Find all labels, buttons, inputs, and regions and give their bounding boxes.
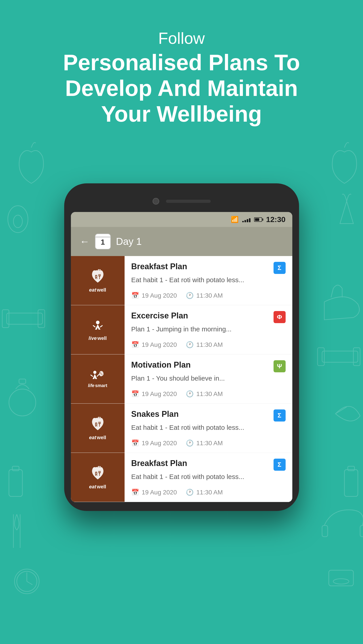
plan-content: Breakfast Plan Σ Eat habit 1 - Eat roti …	[124, 256, 292, 305]
plan-date-value: 19 Aug 2020	[142, 341, 177, 348]
plan-date: 📅 19 Aug 2020	[131, 341, 177, 348]
svg-point-13	[8, 206, 28, 232]
plan-item[interactable]: eat well Breakfast Plan Σ Eat habit 1 - …	[71, 256, 292, 305]
calendar-icon: 📅	[131, 488, 139, 496]
svg-rect-23	[329, 570, 354, 586]
plan-logo-lifesmart: life smart	[71, 354, 124, 404]
plan-meta: 📅 19 Aug 2020 🕐 11:30 AM	[131, 488, 286, 496]
plan-badge: Σ	[274, 410, 286, 422]
svg-rect-19	[344, 470, 358, 496]
svg-rect-5	[9, 470, 22, 496]
svg-point-10	[17, 571, 37, 592]
plan-content: Motivation Plan Ψ Plan 1 - You should be…	[124, 354, 292, 404]
back-button[interactable]: ←	[80, 236, 90, 247]
plan-time: 🕐 11:30 AM	[186, 440, 223, 447]
plan-title: Breakfast Plan	[131, 262, 187, 271]
plan-badge: Σ	[274, 262, 286, 274]
plan-time: 🕐 11:30 AM	[186, 488, 223, 496]
plan-time-value: 11:30 AM	[196, 292, 223, 299]
svg-rect-17	[354, 348, 360, 366]
lifesmart-logo: life smart	[88, 370, 108, 388]
plan-meta: 📅 19 Aug 2020 🕐 11:30 AM	[131, 440, 286, 447]
plan-badge: Φ	[274, 311, 286, 323]
plan-item[interactable]: live well Excercise Plan Φ Plan 1 - Jump…	[71, 305, 292, 354]
svg-rect-6	[12, 466, 19, 471]
calendar-badge-number: 1	[101, 238, 105, 247]
plan-content: Snakes Plan Σ Eat habit 1 - Eat roti wit…	[124, 404, 292, 452]
status-bar: 📶 12:30	[71, 212, 292, 227]
svg-rect-2	[38, 310, 45, 328]
plan-date-value: 19 Aug 2020	[142, 440, 177, 447]
phone-top-bar	[71, 192, 292, 210]
clock-icon: 🕐	[186, 440, 194, 447]
svg-rect-20	[348, 466, 354, 471]
clock-icon: 🕐	[186, 341, 194, 348]
plan-item[interactable]: eat well Snakes Plan Σ Eat habit 1 - Eat…	[71, 404, 292, 453]
plan-time-value: 11:30 AM	[196, 341, 223, 348]
plan-time-value: 11:30 AM	[196, 390, 223, 398]
svg-rect-0	[7, 313, 42, 324]
plan-date: 📅 19 Aug 2020	[131, 488, 177, 496]
plan-badge: Ψ	[274, 360, 286, 372]
plan-logo-eatwell: eat well	[71, 404, 124, 452]
plan-description: Plan 1 - You should believe in...	[131, 374, 286, 382]
plan-badge: Σ	[274, 459, 286, 471]
plan-description: Eat habit 1 - Eat roti with potato less.…	[131, 424, 286, 431]
plan-title-row: Excercise Plan Φ	[131, 311, 286, 323]
eatwell-logo: eat well	[89, 465, 107, 490]
plan-title: Motivation Plan	[131, 360, 191, 370]
status-icons: 📶	[231, 216, 262, 223]
header-title: Personalised Plans To Develop And Mainta…	[22, 50, 341, 127]
eatwell-logo: eat well	[89, 416, 107, 440]
svg-rect-21	[322, 526, 328, 537]
plan-date: 📅 19 Aug 2020	[131, 440, 177, 447]
svg-line-18	[336, 407, 347, 414]
title-line1: Personalised Plans To	[63, 50, 300, 75]
plan-time-value: 11:30 AM	[196, 440, 223, 447]
plan-item[interactable]: life smart Motivation Plan Ψ Plan 1 - Yo…	[71, 354, 292, 404]
title-line3: Your Wellbeing	[101, 101, 262, 126]
battery-icon	[254, 217, 262, 222]
plan-description: Plan 1 - Jumping in the morning...	[131, 325, 286, 333]
plan-time: 🕐 11:30 AM	[186, 390, 223, 398]
svg-point-28	[96, 321, 100, 324]
phone-speaker	[166, 200, 211, 203]
calendar-icon: 📅	[131, 440, 139, 447]
signal-icon	[242, 217, 250, 222]
svg-rect-1	[2, 310, 9, 328]
livewell-logo: live well	[88, 318, 107, 341]
plan-date: 📅 19 Aug 2020	[131, 292, 177, 299]
plan-date-value: 19 Aug 2020	[142, 292, 177, 299]
plan-date-value: 19 Aug 2020	[142, 489, 177, 496]
plan-content: Breakfast Plan Σ Eat habit 1 - Eat roti …	[124, 453, 292, 502]
plan-title-row: Snakes Plan Σ	[131, 410, 286, 422]
svg-line-12	[27, 582, 32, 585]
plan-logo-livewell: live well	[71, 305, 124, 354]
svg-rect-22	[360, 526, 363, 537]
wifi-icon: 📶	[231, 216, 239, 223]
svg-point-14	[14, 215, 22, 228]
plan-description: Eat habit 1 - Eat roti with potato less.…	[131, 473, 286, 480]
calendar-badge: 1	[95, 234, 111, 249]
svg-point-3	[9, 389, 36, 416]
plan-meta: 📅 19 Aug 2020 🕐 11:30 AM	[131, 292, 286, 299]
plan-content: Excercise Plan Φ Plan 1 - Jumping in the…	[124, 305, 292, 354]
plan-description: Eat habit 1 - Eat roti with potato less.…	[131, 276, 286, 284]
calendar-icon: 📅	[131, 341, 139, 348]
plan-title-row: Breakfast Plan Σ	[131, 459, 286, 471]
plan-title-row: Motivation Plan Ψ	[131, 360, 286, 372]
svg-point-29	[93, 371, 96, 374]
eatwell-logo: eat well	[89, 268, 107, 293]
calendar-icon: 📅	[131, 390, 139, 398]
clock-icon: 🕐	[186, 292, 194, 299]
signal-bar-1	[242, 221, 244, 222]
svg-point-9	[14, 569, 39, 594]
svg-rect-16	[318, 348, 324, 366]
signal-bar-3	[247, 219, 248, 222]
signal-bar-4	[249, 218, 250, 222]
plan-item[interactable]: eat well Breakfast Plan Σ Eat habit 1 - …	[71, 453, 292, 502]
app-header: ← 1 Day 1	[71, 227, 292, 256]
plan-time-value: 11:30 AM	[196, 489, 223, 496]
plan-meta: 📅 19 Aug 2020 🕐 11:30 AM	[131, 341, 286, 348]
follow-label: Follow	[22, 29, 341, 48]
